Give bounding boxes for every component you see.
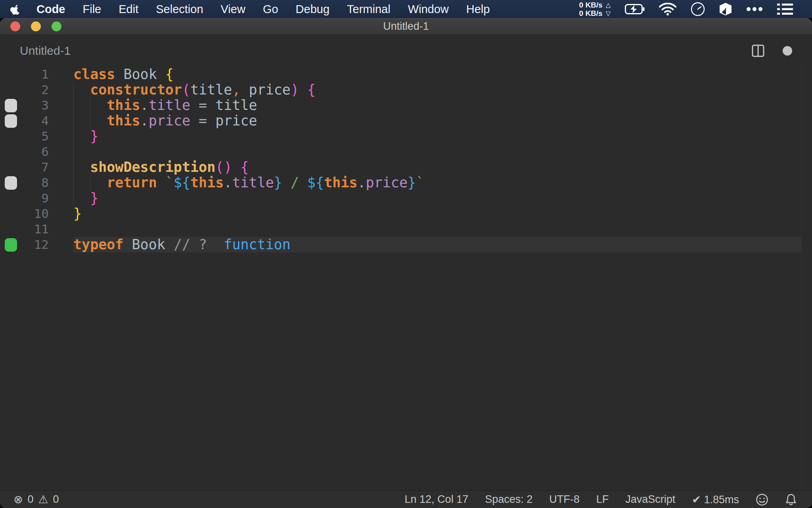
- code-line-content[interactable]: [73, 144, 802, 160]
- line-number[interactable]: 4: [41, 113, 49, 129]
- quokka-coverage-marker-gray: [5, 176, 17, 190]
- gutter: 1: [0, 67, 73, 82]
- code-line-content[interactable]: constructor(title, price) {: [73, 82, 802, 98]
- token-green: `: [165, 175, 174, 190]
- token-blue: }: [274, 175, 282, 190]
- gutter: 12: [0, 237, 73, 252]
- menu-window[interactable]: Window: [408, 3, 449, 16]
- code-line-6[interactable]: 6: [0, 144, 812, 160]
- token-plain: [123, 237, 132, 252]
- line-number[interactable]: 8: [41, 175, 49, 190]
- battery-charging-icon[interactable]: [625, 4, 645, 15]
- token-ident: Book: [123, 66, 157, 82]
- window-title-bar[interactable]: Untitled-1: [0, 18, 812, 35]
- code-line-5[interactable]: 5 }: [0, 129, 812, 144]
- code-line-content[interactable]: return `${this.title} / ${this.price}`: [73, 175, 802, 190]
- menu-debug[interactable]: Debug: [296, 3, 329, 16]
- status-quokka-run-time[interactable]: ✔ 1.85ms: [692, 493, 739, 506]
- code-line-4[interactable]: 4 this.price = price: [0, 113, 812, 129]
- token-plain: [73, 128, 90, 144]
- window-title: Untitled-1: [383, 20, 429, 33]
- token-green: /: [282, 175, 307, 190]
- code-line-content[interactable]: this.price = price: [73, 113, 802, 129]
- line-number[interactable]: 3: [41, 98, 49, 113]
- token-ident: price: [215, 113, 257, 129]
- token-pink: (): [215, 159, 232, 175]
- menu-app-name[interactable]: Code: [36, 3, 65, 16]
- status-language-mode[interactable]: JavaScript: [625, 493, 675, 506]
- token-kw: this: [107, 97, 140, 113]
- menu-view[interactable]: View: [221, 3, 245, 16]
- line-number[interactable]: 2: [41, 82, 49, 98]
- status-encoding[interactable]: UTF-8: [549, 493, 580, 506]
- problems-indicator[interactable]: ⊗ 0 ⚠ 0: [0, 493, 59, 506]
- line-number[interactable]: 7: [41, 160, 49, 175]
- gutter: 11: [0, 221, 73, 237]
- indent-guide: [73, 113, 74, 129]
- unsaved-changes-dot-icon[interactable]: [783, 46, 792, 56]
- network-speed-indicator[interactable]: 0 KB/s△ 0 KB/s▽: [579, 1, 611, 17]
- menu-selection[interactable]: Selection: [156, 3, 203, 16]
- code-line-9[interactable]: 9 }: [0, 190, 812, 206]
- token-ident: price: [249, 82, 291, 98]
- code-line-11[interactable]: 11: [0, 221, 812, 237]
- status-bar: ⊗ 0 ⚠ 0 Ln 12, Col 17Spaces: 2UTF-8LFJav…: [0, 491, 812, 508]
- token-punct: .: [140, 97, 149, 113]
- close-window-button[interactable]: [10, 21, 20, 31]
- errors-count: 0: [27, 493, 33, 506]
- code-line-12[interactable]: 12typeof Book // ? function: [0, 237, 812, 252]
- code-line-content[interactable]: }: [73, 129, 802, 144]
- code-line-content[interactable]: showDescription() {: [73, 160, 802, 175]
- menu-edit[interactable]: Edit: [119, 3, 138, 16]
- minimize-window-button[interactable]: [31, 21, 41, 31]
- line-number[interactable]: 10: [34, 206, 49, 221]
- status-cursor-position[interactable]: Ln 12, Col 17: [405, 493, 469, 506]
- code-area[interactable]: 1class Book {2 constructor(title, price)…: [0, 67, 812, 252]
- cube-app-icon[interactable]: [719, 2, 732, 16]
- token-ident: Book: [132, 237, 165, 252]
- indent-guide: [73, 175, 74, 190]
- token-purple: price: [149, 113, 190, 129]
- line-number[interactable]: 9: [41, 190, 49, 206]
- code-line-10[interactable]: 10}: [0, 206, 812, 221]
- zoom-window-button[interactable]: [52, 21, 61, 31]
- menu-help[interactable]: Help: [466, 3, 490, 16]
- feedback-smiley-icon[interactable]: [756, 493, 768, 506]
- line-number[interactable]: 11: [34, 221, 49, 237]
- line-number[interactable]: 1: [41, 67, 49, 82]
- code-line-content[interactable]: typeof Book // ? function: [73, 237, 802, 252]
- quokka-coverage-marker-gray: [5, 114, 17, 128]
- split-editor-icon[interactable]: [752, 44, 764, 57]
- code-line-content[interactable]: }: [73, 190, 802, 206]
- code-line-content[interactable]: class Book {: [73, 67, 802, 82]
- token-plain: [240, 82, 249, 98]
- wifi-icon[interactable]: [659, 3, 676, 15]
- indent-guide: [73, 82, 74, 98]
- notifications-bell-icon[interactable]: [785, 493, 797, 506]
- menu-go[interactable]: Go: [263, 3, 278, 16]
- code-line-content[interactable]: this.title = title: [73, 98, 802, 113]
- status-indentation[interactable]: Spaces: 2: [485, 493, 532, 506]
- editor-tab-label[interactable]: Untitled-1: [20, 44, 71, 58]
- line-number[interactable]: 6: [41, 144, 49, 160]
- editor-body[interactable]: 1class Book {2 constructor(title, price)…: [0, 67, 812, 491]
- code-line-2[interactable]: 2 constructor(title, price) {: [0, 82, 812, 98]
- clock-icon[interactable]: [691, 2, 705, 16]
- more-dots-icon[interactable]: [746, 7, 763, 12]
- code-line-content[interactable]: [73, 221, 802, 237]
- token-plain: [232, 159, 240, 175]
- line-number[interactable]: 12: [34, 237, 49, 252]
- code-line-content[interactable]: }: [73, 206, 802, 221]
- code-line-7[interactable]: 7 showDescription() {: [0, 160, 812, 175]
- code-line-3[interactable]: 3 this.title = title: [0, 98, 812, 113]
- status-eol[interactable]: LF: [596, 493, 609, 506]
- token-blue: }: [408, 175, 416, 190]
- menu-file[interactable]: File: [83, 3, 102, 16]
- code-line-8[interactable]: 8 return `${this.title} / ${this.price}`: [0, 175, 812, 190]
- apple-menu-icon[interactable]: [10, 3, 21, 15]
- gutter: 2: [0, 82, 73, 98]
- list-menu-icon[interactable]: [777, 3, 793, 15]
- line-number[interactable]: 5: [41, 129, 49, 144]
- menu-terminal[interactable]: Terminal: [347, 3, 391, 16]
- code-line-1[interactable]: 1class Book {: [0, 67, 812, 82]
